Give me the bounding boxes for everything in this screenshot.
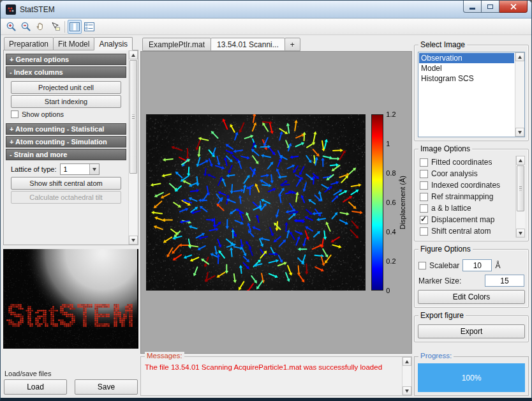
show-options-checkbox[interactable]: Show options xyxy=(11,110,121,118)
export-figure-title: Export figure xyxy=(418,311,466,320)
scroll-up-arrow[interactable] xyxy=(403,357,411,366)
projected-unit-cell-button[interactable]: Projected unit cell xyxy=(11,81,121,94)
zoom-out-button[interactable] xyxy=(18,20,33,34)
checkbox-box xyxy=(420,170,428,178)
load-save-section: Load/save files Load Save xyxy=(3,367,138,396)
pan-button[interactable] xyxy=(33,20,47,34)
section-strain-and-more[interactable]: - Strain and more xyxy=(6,149,126,160)
colorbar: 1.2 1 0.8 0.6 0.4 0.2 0 Displacement (Å) xyxy=(371,114,406,291)
scalebar-input[interactable] xyxy=(462,259,492,271)
start-indexing-button[interactable]: Start indexing xyxy=(11,95,121,108)
list-item-histogram-scs[interactable]: Histogram SCS xyxy=(419,73,514,84)
checkbox-label: Ref strainmapping xyxy=(431,192,493,201)
left-panel-scrollbar[interactable] xyxy=(128,50,138,245)
edit-colors-button[interactable]: Edit Colors xyxy=(418,290,525,304)
toolbar-separator xyxy=(64,21,65,33)
tab-analysis[interactable]: Analysis xyxy=(94,37,133,50)
section-atom-counting-simulation[interactable]: + Atom counting - Simulation xyxy=(6,136,126,148)
checkbox-a-b-lattice[interactable]: a & b lattice xyxy=(420,202,515,214)
scrollbar-thumb[interactable] xyxy=(517,165,524,211)
progress-title: Progress: xyxy=(418,352,454,359)
checkbox-indexed-coordinates[interactable]: Indexed coordinates xyxy=(420,179,515,191)
image-options-title: Image Options xyxy=(418,144,472,153)
tab-label: 13.54.01 Scanni... xyxy=(217,40,279,49)
list-item-observation[interactable]: Observation xyxy=(419,53,514,63)
section-index-columns[interactable]: - Index columns xyxy=(6,66,126,78)
messages-scrollbar[interactable] xyxy=(402,357,411,395)
load-button[interactable]: Load xyxy=(4,379,67,395)
analysis-accordion: + General options - Index columns Projec… xyxy=(4,50,128,245)
scalebar-row: Scalebar Å xyxy=(418,259,524,271)
section-atom-counting-statistical[interactable]: + Atom counting - Statistical xyxy=(6,123,126,135)
minimize-icon xyxy=(469,8,475,10)
close-button[interactable] xyxy=(499,1,528,13)
scalebar-unit: Å xyxy=(495,261,500,270)
load-save-label: Load/save files xyxy=(4,370,137,377)
save-button[interactable]: Save xyxy=(75,379,138,395)
tab-preparation[interactable]: Preparation xyxy=(4,37,54,50)
tab-label: ExamplePtIr.mat xyxy=(149,40,205,49)
marker-size-label: Marker Size: xyxy=(418,276,461,285)
export-button[interactable]: Export xyxy=(418,324,525,338)
maximize-button[interactable] xyxy=(482,1,499,13)
scroll-down-arrow[interactable] xyxy=(403,386,411,395)
advanced-options-icon xyxy=(84,22,94,31)
zoom-out-icon xyxy=(20,21,31,32)
lattice-type-label: Lattice of type: xyxy=(11,165,57,173)
scalebar-checkbox[interactable] xyxy=(418,262,426,269)
checkbox-box xyxy=(420,158,428,167)
checkbox-label: Show options xyxy=(22,110,64,118)
tab-label: Analysis xyxy=(99,40,128,49)
options-panel: Select Image Observation Model Histogram… xyxy=(414,37,529,396)
list-item-model[interactable]: Model xyxy=(419,63,514,73)
app-icon xyxy=(6,4,16,15)
tab-label: Fit Model xyxy=(58,40,89,49)
listbox-scrollbar[interactable] xyxy=(515,52,524,137)
new-tab-button[interactable]: + xyxy=(284,38,300,51)
dropdown-arrow-icon xyxy=(89,164,99,174)
scroll-down-arrow[interactable] xyxy=(516,229,525,238)
checkbox-box xyxy=(11,110,18,118)
checkbox-displacement-map[interactable]: Displacement map xyxy=(420,214,515,225)
zoom-in-button[interactable] xyxy=(4,20,18,34)
image-options-scrollbar[interactable] xyxy=(515,156,525,238)
minimize-button[interactable] xyxy=(463,1,482,13)
scrollbar-thumb[interactable] xyxy=(129,60,137,174)
tab-scanning-file[interactable]: 13.54.01 Scanni... xyxy=(211,38,285,51)
scroll-up-arrow[interactable] xyxy=(129,50,138,59)
marker-size-input[interactable] xyxy=(485,275,524,287)
show-shift-central-atom-button[interactable]: Show shift central atom xyxy=(11,177,121,190)
scroll-down-arrow[interactable] xyxy=(515,128,524,137)
section-general-options[interactable]: + General options xyxy=(6,54,126,65)
window-title: StatSTEM xyxy=(20,5,55,14)
select-image-group: Select Image Observation Model Histogram… xyxy=(414,45,529,141)
export-figure-group: Export figure Export xyxy=(414,315,529,342)
window-controls xyxy=(463,1,528,13)
titlebar[interactable]: StatSTEM xyxy=(1,1,531,19)
scroll-up-arrow[interactable] xyxy=(516,156,525,165)
checkbox-fitted-coordinates[interactable]: Fitted coordinates xyxy=(420,156,515,168)
scroll-down-arrow[interactable] xyxy=(129,236,138,245)
checkbox-shift-central-atom[interactable]: Shift central atom xyxy=(420,225,515,237)
checkbox-label: Coor analysis xyxy=(431,169,478,178)
calculate-octahedral-tilt-button[interactable]: Calculate octahedral tilt xyxy=(11,191,121,204)
colorbar-tick: 0.6 xyxy=(386,199,395,206)
checkbox-label: Displacement map xyxy=(431,215,494,224)
stem-displacement-map-canvas xyxy=(146,114,366,291)
tab-fit-model[interactable]: Fit Model xyxy=(53,37,94,50)
checkbox-ref-strainmapping[interactable]: Ref strainmapping xyxy=(420,191,515,202)
figure-options-title: Figure Options xyxy=(418,245,473,253)
messages-text: The file 13.54.01 Scanning AcquirePartic… xyxy=(141,357,402,395)
marker-size-row: Marker Size: xyxy=(418,275,524,287)
data-cursor-icon xyxy=(50,21,61,32)
colorbar-tick: 0.4 xyxy=(386,228,395,236)
advanced-options-toggle[interactable] xyxy=(82,20,96,34)
lattice-type-dropdown[interactable]: 1 xyxy=(60,163,100,175)
figure-area: 1.2 1 0.8 0.6 0.4 0.2 0 Displacement (Å) xyxy=(140,51,412,354)
scroll-up-arrow[interactable] xyxy=(515,52,524,61)
tab-example-ptir[interactable]: ExamplePtIr.mat xyxy=(142,38,211,51)
data-cursor-button[interactable] xyxy=(48,20,62,34)
progress-bar: 100% xyxy=(418,363,525,392)
panel-layout-toggle[interactable] xyxy=(68,20,82,34)
checkbox-coor-analysis[interactable]: Coor analysis xyxy=(420,168,515,179)
